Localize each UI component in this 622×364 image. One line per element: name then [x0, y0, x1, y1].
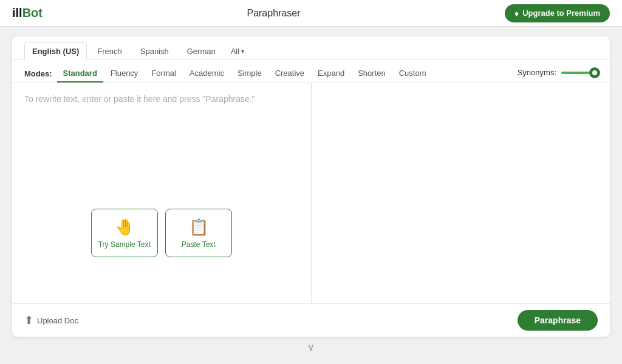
logo-prefix: ill [12, 6, 22, 19]
page-title: Paraphraser [247, 8, 300, 19]
main-area: English (US) French Spanish German All ▾… [0, 27, 622, 364]
mode-tab-shorten[interactable]: Shorten [352, 65, 392, 83]
upload-doc-button[interactable]: ⬆ Upload Doc [24, 314, 78, 327]
upload-icon: ⬆ [24, 314, 33, 327]
lang-tab-french[interactable]: French [89, 42, 129, 59]
chevron-down-icon: ∨ [307, 342, 315, 353]
slider-thumb-inner [592, 70, 597, 75]
try-sample-button[interactable]: 🤚 Try Sample Text [91, 209, 158, 257]
input-footer: ⬆ Upload Doc Paraphrase [12, 303, 610, 337]
upgrade-label: Upgrade to Premium [522, 8, 600, 18]
synonyms-slider[interactable] [561, 72, 598, 74]
input-pane: To rewrite text, enter or paste it here … [12, 83, 312, 303]
chevron-down-icon: ▾ [241, 48, 244, 55]
upgrade-button[interactable]: ♦ Upgrade to Premium [505, 4, 610, 22]
bottom-chevron: ∨ [12, 337, 610, 358]
lang-all-dropdown[interactable]: All ▾ [226, 43, 249, 59]
mode-tab-simple[interactable]: Simple [231, 65, 268, 83]
mode-tab-expand[interactable]: Expand [312, 65, 350, 83]
try-sample-label: Try Sample Text [98, 240, 151, 249]
paraphraser-card: English (US) French Spanish German All ▾… [12, 36, 610, 337]
logo-suffix: Bot [22, 6, 43, 19]
lang-tab-german[interactable]: German [179, 42, 224, 59]
upload-doc-label: Upload Doc [37, 316, 78, 325]
diamond-icon: ♦ [514, 8, 519, 18]
lang-all-label: All [231, 47, 239, 56]
paste-icon: 📋 [189, 218, 208, 237]
modes-bar: Modes: Standard Fluency Formal Academic … [12, 60, 610, 83]
mode-tab-custom[interactable]: Custom [393, 65, 432, 83]
mode-tab-standard[interactable]: Standard [57, 65, 103, 83]
language-tabs: English (US) French Spanish German All ▾ [12, 36, 610, 60]
paste-text-label: Paste Text [182, 240, 216, 249]
output-pane [312, 83, 610, 303]
mode-tab-creative[interactable]: Creative [269, 65, 310, 83]
synonyms-area: Synonyms: [518, 68, 598, 79]
header: illBot Paraphraser ♦ Upgrade to Premium [0, 0, 622, 27]
modes-label: Modes: [24, 69, 52, 78]
mode-tab-fluency[interactable]: Fluency [104, 65, 145, 83]
paste-text-button[interactable]: 📋 Paste Text [165, 209, 232, 257]
sample-icon: 🤚 [115, 218, 134, 237]
mode-tab-formal[interactable]: Formal [145, 65, 182, 83]
logo: illBot [12, 6, 43, 20]
synonyms-label: Synonyms: [518, 68, 556, 77]
lang-tab-spanish[interactable]: Spanish [132, 42, 177, 59]
action-buttons: 🤚 Try Sample Text 📋 Paste Text [24, 197, 299, 294]
mode-tab-academic[interactable]: Academic [183, 65, 230, 83]
paraphrase-button[interactable]: Paraphrase [518, 310, 598, 331]
input-placeholder: To rewrite text, enter or paste it here … [24, 93, 299, 106]
lang-tab-english[interactable]: English (US) [24, 42, 87, 60]
slider-thumb [589, 67, 600, 78]
content-area: To rewrite text, enter or paste it here … [12, 83, 610, 303]
